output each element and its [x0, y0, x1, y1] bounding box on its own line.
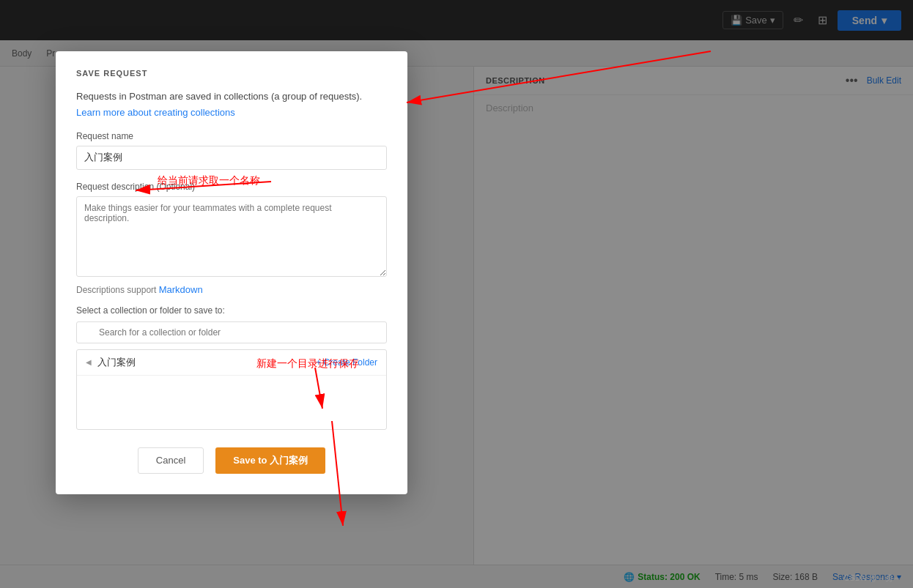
request-desc-textarea[interactable] [76, 196, 387, 277]
request-name-input[interactable] [76, 146, 387, 170]
markdown-note: Descriptions support Markdown [76, 284, 387, 295]
request-name-label: Request name [76, 131, 387, 141]
save-request-modal: SAVE REQUEST Requests in Postman are sav… [56, 51, 407, 494]
collection-list-item[interactable]: ◀ 入门案例 + Create Folder [77, 350, 386, 376]
modal-title: SAVE REQUEST [76, 69, 387, 78]
markdown-link[interactable]: Markdown [159, 284, 203, 295]
watermark: CSDN @～勇～ [844, 573, 901, 584]
collection-item-left: ◀ 入门案例 [86, 356, 136, 369]
create-folder-link[interactable]: + Create Folder [316, 357, 377, 368]
collection-search-wrapper: 🔍 [76, 321, 387, 343]
collection-item-name: 入门案例 [97, 356, 136, 369]
collection-label: Select a collection or folder to save to… [76, 305, 387, 316]
collection-search-input[interactable] [76, 321, 387, 343]
modal-overlay: SAVE REQUEST Requests in Postman are sav… [0, 0, 913, 588]
learn-more-link[interactable]: Learn more about creating collections [76, 107, 387, 118]
save-to-button[interactable]: Save to 入门案例 [215, 447, 325, 474]
collection-list: ◀ 入门案例 + Create Folder [76, 349, 387, 430]
request-desc-label: Request description (Optional) [76, 182, 387, 192]
cancel-button[interactable]: Cancel [138, 447, 204, 474]
collection-arrow-icon: ◀ [86, 358, 92, 366]
modal-info-text: Requests in Postman are saved in collect… [76, 89, 387, 104]
modal-footer: Cancel Save to 入门案例 [76, 447, 387, 474]
